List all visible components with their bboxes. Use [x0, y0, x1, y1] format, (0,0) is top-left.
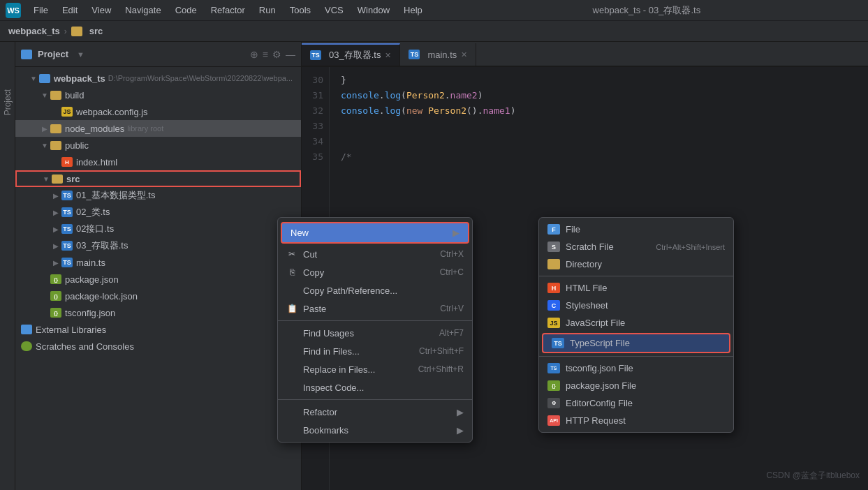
watermark: CSDN @蓝盒子itbluebox: [766, 470, 860, 482]
breadcrumb: webpack_ts › src: [0, 21, 868, 42]
tab-bar: TS 03_存取器.ts ✕ TS main.ts ✕: [302, 42, 868, 67]
arrow-root: ▼: [29, 74, 38, 82]
submenu-editorconfig[interactable]: ⚙ EditorConfig File: [539, 394, 733, 412]
ctx-find-usages[interactable]: Find Usages Alt+F7: [278, 324, 472, 342]
menu-help[interactable]: Help: [398, 3, 428, 17]
label-03: 03_存取器.ts: [76, 239, 128, 252]
ctx-copy[interactable]: ⎘ Copy Ctrl+C: [278, 263, 472, 281]
submenu-http-icon: API: [547, 415, 560, 426]
replace-icon: [286, 364, 297, 375]
ctx-find-in-files[interactable]: Find in Files... Ctrl+Shift+F: [278, 342, 472, 360]
public-label: public: [65, 140, 89, 151]
breadcrumb-separator: ›: [64, 27, 67, 36]
tree-02-interface[interactable]: ▶ TS 02接口.ts: [15, 221, 301, 237]
submenu-file[interactable]: F File: [539, 221, 733, 238]
tree-02-class[interactable]: ▶ TS 02_类.ts: [15, 204, 301, 221]
arrow-01: ▶: [52, 191, 60, 200]
ts-icon-02i: TS: [61, 224, 73, 234]
ctx-new[interactable]: New ▶: [281, 222, 469, 244]
menu-view[interactable]: View: [86, 3, 117, 17]
ctx-replace-in-files[interactable]: Replace in Files... Ctrl+Shift+R: [278, 360, 472, 378]
find-usages-icon: [286, 327, 297, 339]
submenu-scratch[interactable]: S Scratch File Ctrl+Alt+Shift+Insert: [539, 238, 733, 255]
tree-package-lock[interactable]: {} package-lock.json: [15, 288, 301, 304]
menu-vcs[interactable]: VCS: [319, 3, 349, 17]
submenu-pkg[interactable]: {} package.json File: [539, 377, 733, 394]
label-01: 01_基本数据类型.ts: [76, 189, 155, 202]
tab-03[interactable]: TS 03_存取器.ts ✕: [302, 43, 400, 66]
ctx-inspect[interactable]: Inspect Code...: [278, 378, 472, 396]
tree-src[interactable]: ▼ src: [15, 170, 301, 187]
ctx-copy-path[interactable]: Copy Path/Reference...: [278, 281, 472, 299]
tree-tsconfig[interactable]: {} tsconfig.json: [15, 304, 301, 321]
tree-03[interactable]: ▶ TS 03_存取器.ts: [15, 237, 301, 254]
menu-window[interactable]: Window: [352, 3, 395, 17]
refactor-icon: [286, 406, 297, 417]
tab-main-label: main.ts: [427, 50, 457, 60]
ctx-copy-path-label: Copy Path/Reference...: [303, 285, 397, 296]
html-icon: H: [61, 157, 73, 167]
arrow-empty: [52, 107, 60, 116]
tab-main-close[interactable]: ✕: [461, 50, 467, 59]
tab-03-close[interactable]: ✕: [385, 51, 391, 60]
tree-index-html[interactable]: H index.html: [15, 154, 301, 170]
scratches-label: Scratches and Consoles: [36, 341, 134, 352]
menu-edit[interactable]: Edit: [57, 3, 83, 17]
tree-build[interactable]: ▼ build: [15, 87, 301, 103]
ctx-find-in-files-label: Find in Files...: [303, 346, 360, 357]
submenu-http[interactable]: API HTTP Request: [539, 412, 733, 429]
submenu-ts[interactable]: TS TypeScript File: [542, 333, 730, 353]
submenu-editorconfig-label: EditorConfig File: [566, 398, 633, 408]
tree-root[interactable]: ▼ webpack_ts D:\ProgramWorkSpace\WebStor…: [15, 70, 301, 87]
build-folder-icon: [50, 91, 61, 100]
menu-navigate[interactable]: Navigate: [119, 3, 166, 17]
ctx-bookmarks[interactable]: Bookmarks ▶: [278, 421, 472, 439]
build-label: build: [65, 90, 84, 101]
submenu-ts-label: TypeScript File: [570, 338, 630, 348]
ctx-paste[interactable]: 📋 Paste Ctrl+V: [278, 299, 472, 318]
submenu-tsconfig-label: tsconfig.json File: [566, 363, 633, 373]
panel-icon-settings[interactable]: ⚙: [272, 49, 281, 60]
tab-main[interactable]: TS main.ts ✕: [400, 43, 476, 66]
submenu-dir-icon: [547, 259, 560, 269]
arrow-src: ▼: [42, 175, 50, 183]
project-tab-label[interactable]: Project: [1, 84, 14, 121]
submenu-html[interactable]: H HTML File: [539, 279, 733, 297]
panel-icon-list[interactable]: ≡: [263, 49, 268, 60]
tree-main[interactable]: ▶ TS main.ts: [15, 254, 301, 271]
menu-refactor[interactable]: Refactor: [205, 3, 251, 17]
tree-ext-libraries[interactable]: External Libraries: [15, 321, 301, 338]
menu-code[interactable]: Code: [170, 3, 203, 17]
copy-icon: ⎘: [286, 267, 297, 278]
tree-01[interactable]: ▶ TS 01_基本数据类型.ts: [15, 187, 301, 204]
label-02-class: 02_类.ts: [76, 206, 110, 218]
breadcrumb-project[interactable]: webpack_ts: [8, 26, 60, 36]
ctx-copy-label: Copy: [303, 267, 324, 278]
ctx-paste-shortcut: Ctrl+V: [440, 304, 464, 313]
panel-icon-minimize[interactable]: —: [286, 49, 295, 60]
ctx-refactor[interactable]: Refactor ▶: [278, 403, 472, 421]
tree-node-modules[interactable]: ▶ node_modules library root: [15, 120, 301, 137]
menu-file[interactable]: File: [28, 3, 54, 17]
js-icon: JS: [61, 107, 73, 117]
json-icon-pkg: {}: [50, 274, 61, 284]
breadcrumb-folder[interactable]: src: [89, 26, 103, 36]
submenu-dir[interactable]: Directory: [539, 255, 733, 273]
root-path: D:\ProgramWorkSpace\WebStorm\20220822\we…: [108, 74, 293, 82]
tree-public[interactable]: ▼ public: [15, 137, 301, 154]
menu-run[interactable]: Run: [253, 3, 281, 17]
menu-tools[interactable]: Tools: [284, 3, 316, 17]
tree-webpack-config[interactable]: JS webpack.config.js: [15, 103, 301, 120]
paste-icon: 📋: [286, 303, 297, 314]
panel-icon-globe[interactable]: ⊕: [250, 49, 258, 60]
submenu-css[interactable]: C Stylesheet: [539, 297, 733, 314]
ctx-cut[interactable]: ✂ Cut Ctrl+X: [278, 245, 472, 263]
bookmarks-icon: [286, 424, 297, 436]
tree-scratches[interactable]: Scratches and Consoles: [15, 338, 301, 355]
ts-icon-main: TS: [61, 258, 73, 267]
submenu-js[interactable]: JS JavaScript File: [539, 314, 733, 332]
submenu-ts-icon: TS: [552, 338, 564, 348]
submenu-tsconfig[interactable]: TS tsconfig.json File: [539, 359, 733, 377]
submenu-scratch-icon: S: [547, 242, 560, 252]
tree-package-json[interactable]: {} package.json: [15, 271, 301, 288]
